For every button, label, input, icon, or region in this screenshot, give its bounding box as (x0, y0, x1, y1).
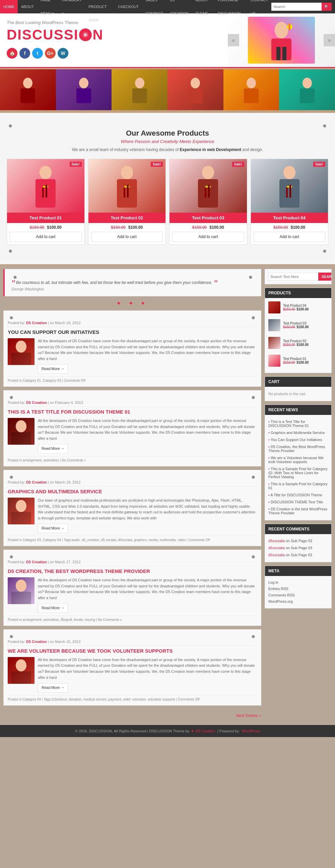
sidebar-product-name[interactable]: Test Product 03 (283, 321, 308, 325)
read-more-button[interactable]: Read More → (38, 524, 68, 533)
post-footer: Posted in Category 01, Category 03 | Com… (8, 376, 257, 382)
nav-item-checkout[interactable]: CHECKOUT (115, 0, 142, 13)
product-bg (251, 159, 328, 213)
comment-user-link[interactable]: d5socialia (268, 546, 285, 550)
read-more-button[interactable]: Read More → (38, 683, 68, 692)
sidebar-cart-content: No products in the cart. (265, 387, 331, 401)
sidebar-search-input[interactable] (268, 273, 318, 281)
footer-wp-link[interactable]: WordPress (242, 729, 260, 733)
product-image: Sale! (170, 159, 247, 213)
slider-prev-button[interactable]: « (228, 34, 239, 46)
recent-news-item: This is a Sample Post for Category 02: W… (268, 465, 328, 480)
read-more-button[interactable]: Read More → (38, 603, 68, 613)
post-meta: Posted by: D5 Creation | on February 4, … (8, 401, 257, 407)
sidebar-product-new-price: $100.00 (297, 325, 308, 329)
product-new-price: $100.00 (291, 225, 305, 230)
recent-news-link[interactable]: This is a Sample Post for Category 02: W… (268, 467, 328, 479)
photo-strip-item (223, 69, 279, 110)
recent-news-link[interactable]: D5 Creation is the best WordPress Theme … (268, 507, 327, 515)
product-prices: $150.00 $100.00 (88, 223, 166, 232)
post-title-link[interactable]: THIS IS A TEST TITLE FOR DISCUSSION THEM… (8, 409, 130, 414)
sidebar-product-name[interactable]: Test Product 02 (283, 339, 308, 343)
nav-item-about[interactable]: ABOUT (18, 0, 37, 13)
sidebar-cart-widget: CART No products in the cart. (265, 376, 332, 401)
product-name: Test Product 03 (170, 213, 247, 223)
comment-user-link[interactable]: d5socialia (268, 553, 285, 557)
products-section-desc: We are a small team of industry veterans… (7, 147, 328, 152)
post-footer: Posted in arrangement, asmodeus, Blogrol… (8, 616, 257, 622)
slider-next-button[interactable]: » (324, 34, 335, 46)
recent-news-link[interactable]: A Title for DISCUSSION Theme (270, 493, 322, 497)
comment-user-link[interactable]: d5socialia (268, 539, 285, 543)
social-googleplus-button[interactable]: G+ (45, 48, 56, 59)
meta-link[interactable]: Comments RSS (268, 593, 295, 597)
read-more-button[interactable]: Read More → (38, 364, 68, 374)
footer-brand-link[interactable]: D5 Creation (195, 729, 215, 733)
post-title-link[interactable]: GRAPHICS AND MULTIMEDIA SERVICE (8, 489, 102, 494)
read-more-button[interactable]: Read More → (38, 444, 68, 454)
sidebar: SEARCH PRODUCTS Test Product 04 $150.00 … (265, 269, 332, 722)
logo-icon (79, 28, 92, 41)
add-to-cart-button[interactable]: Add to cart (172, 232, 244, 242)
post-author-link[interactable]: D5 Creation (26, 480, 47, 484)
product-card: Sale! Test Product 01 $150.00 $100.00 Ad… (7, 159, 85, 245)
social-home-button[interactable]: 🏠 (7, 48, 18, 59)
post-author-link[interactable]: D5 Creation (26, 321, 47, 325)
next-entries-link[interactable]: Next Entries » (236, 713, 261, 718)
nav-search-button[interactable]: 🔍 (322, 3, 332, 11)
product-prices: $150.00 $100.00 (7, 223, 84, 232)
footer-heart-icon: ♥ (192, 729, 194, 733)
recent-news-link[interactable]: You Can Support Our Initiatives (271, 438, 322, 442)
recent-news-link[interactable]: This is a Test Title for DISCUSSION Them… (268, 420, 309, 428)
recent-news-link[interactable]: D5 Creation, the Best WordPress Theme Pr… (268, 445, 325, 453)
sidebar-product-name[interactable]: Test Product 01 (283, 357, 308, 361)
sidebar-product-prices: $150.00 $100.00 (283, 361, 308, 364)
add-to-cart-button[interactable]: Add to cart (91, 232, 163, 242)
meta-item: WordPress.org (268, 598, 328, 605)
sidebar-product-item: Test Product 02 $150.00 $100.00 (268, 337, 328, 352)
cart-empty-message: No products in the cart. (268, 390, 328, 398)
product-bg (170, 159, 247, 213)
post-title: D5 CREATION, THE BEST WORDPRESS THEME PR… (8, 568, 257, 574)
products-section-title: Our Awesome Products (7, 129, 328, 137)
post-author-link[interactable]: D5 Creation (26, 401, 47, 405)
post-excerpt: Our team of graphics and multimedia prof… (38, 498, 257, 533)
social-twitter-button[interactable]: t (32, 48, 43, 59)
sidebar-meta-content: Log inEntries RSSComments RSSWordPress.o… (265, 576, 331, 608)
social-facebook-button[interactable]: f (20, 48, 30, 59)
nav-item-home[interactable]: HOME (0, 0, 18, 13)
post-title-link[interactable]: WE ARE VOLUNTEER BECAUSE WE TOOK VOLUNTE… (8, 648, 173, 654)
add-to-cart-button[interactable]: Add to cart (10, 232, 82, 242)
post-author-link[interactable]: D5 Creation (26, 640, 47, 644)
recent-news-link[interactable]: We are a Volunteer because We took Volun… (268, 456, 324, 464)
recent-news-link[interactable]: Graphics and Multimedia Service (271, 431, 325, 435)
post-title-link[interactable]: D5 CREATION, THE BEST WORDPRESS THEME PR… (8, 568, 150, 574)
sidebar-meta-widget: META Log inEntries RSSComments RSSWordPr… (265, 566, 332, 609)
sidebar-search-widget: SEARCH (265, 269, 332, 284)
svg-rect-31 (127, 185, 129, 197)
product-name: Test Product 04 (251, 213, 328, 223)
product-image: Sale! (251, 159, 328, 213)
meta-link[interactable]: Log in (268, 580, 278, 584)
recent-news-link[interactable]: This is a Sample Post for Category 01 (268, 482, 328, 490)
sidebar-product-name[interactable]: Test Product 04 (283, 304, 308, 307)
sale-badge: Sale! (151, 162, 163, 167)
sidebar-product-item: Test Product 03 $150.00 $100.00 (268, 319, 328, 334)
post-body: All the developers of D5 Creation have c… (8, 418, 257, 454)
add-to-cart-button[interactable]: Add to cart (253, 232, 326, 242)
sidebar-search-button[interactable]: SEARCH (318, 273, 332, 281)
meta-link[interactable]: Entries RSS (268, 587, 288, 591)
meta-link[interactable]: WordPress.org (268, 599, 293, 603)
recent-news-link[interactable]: DISCUSSION THEME Test Title (271, 500, 323, 504)
recent-news-item: You Can Support Our Initiatives (268, 436, 328, 443)
svg-rect-25 (45, 185, 47, 197)
svg-rect-5 (282, 47, 286, 60)
photo-strip (0, 68, 335, 112)
nav-search-input[interactable] (271, 3, 322, 11)
post-excerpt: All the developers of D5 Creation have c… (38, 657, 257, 692)
post-author-link[interactable]: D5 Creation (26, 560, 47, 564)
social-wordpress-button[interactable]: W (58, 48, 68, 59)
post-title-link[interactable]: YOU CAN SUPPORT OUR INITIATIVES (8, 329, 99, 335)
product-new-price: $100.00 (209, 225, 224, 230)
product-new-price: $100.00 (47, 225, 61, 230)
